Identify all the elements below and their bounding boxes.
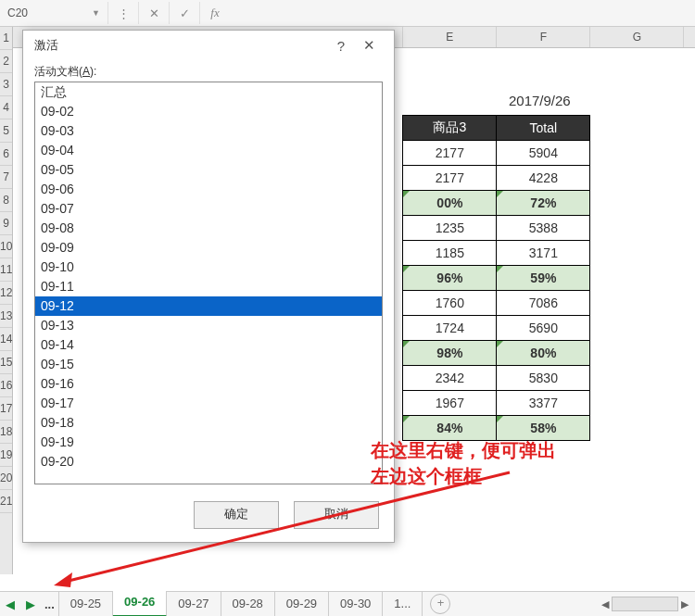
- list-item[interactable]: 09-09: [35, 238, 382, 258]
- fx-icon[interactable]: fx: [199, 2, 230, 24]
- sheet-tab-bar: ◀ ▶ ... 09-2509-2609-2709-2809-2909-301.…: [0, 591, 695, 616]
- cancel-button[interactable]: 取消: [294, 501, 379, 529]
- annotation-text: 在这里右键，便可弹出 左边这个框框: [371, 437, 556, 489]
- row-header[interactable]: 5: [0, 119, 12, 143]
- list-item[interactable]: 09-20: [35, 452, 382, 471]
- scroll-left-icon[interactable]: ◀: [599, 598, 612, 610]
- horizontal-scrollbar[interactable]: ◀ ▶: [599, 597, 695, 611]
- new-sheet-button[interactable]: +: [430, 594, 450, 614]
- list-item[interactable]: 09-04: [35, 141, 382, 160]
- cancel-formula-icon[interactable]: ✕: [138, 2, 169, 24]
- column-header[interactable]: H: [684, 27, 695, 47]
- sheet-nav-ellipsis[interactable]: ...: [41, 597, 58, 611]
- list-item[interactable]: 09-13: [35, 316, 382, 335]
- close-icon[interactable]: ✕: [355, 37, 383, 54]
- row-header[interactable]: 17: [0, 397, 12, 421]
- sheet-tab[interactable]: 09-28: [221, 592, 275, 616]
- annotation-line2: 左边这个框框: [371, 463, 556, 489]
- list-item[interactable]: 汇总: [35, 82, 382, 102]
- row-header[interactable]: 8: [0, 189, 12, 212]
- table-cell: 5904: [497, 141, 590, 166]
- sheet-tab[interactable]: 09-26: [113, 591, 167, 616]
- table-cell: 3377: [497, 391, 590, 416]
- list-item[interactable]: 09-06: [35, 180, 382, 199]
- ok-button[interactable]: 确定: [194, 501, 279, 529]
- table-cell: 72%: [497, 191, 590, 216]
- table-cell: 80%: [497, 341, 590, 366]
- row-header[interactable]: 21: [0, 490, 12, 513]
- list-item[interactable]: 09-19: [35, 433, 382, 452]
- row-headers: 123456789101112131415161718192021: [0, 27, 13, 574]
- list-item[interactable]: 09-18: [35, 413, 382, 433]
- row-header[interactable]: 14: [0, 328, 12, 351]
- list-item[interactable]: 09-11: [35, 277, 382, 296]
- dialog-label: 活动文档(A):: [23, 60, 394, 82]
- sheet-tab[interactable]: 09-29: [275, 592, 329, 616]
- table-cell: 1967: [403, 391, 497, 416]
- svg-marker-1: [54, 572, 72, 587]
- list-item[interactable]: 09-17: [35, 394, 382, 413]
- activate-dialog: 激活 ? ✕ 活动文档(A): 汇总09-0209-0309-0409-0509…: [22, 30, 395, 543]
- list-item[interactable]: 09-07: [35, 199, 382, 219]
- table-header-cell: Total: [497, 116, 590, 141]
- column-header[interactable]: F: [497, 27, 590, 47]
- row-header[interactable]: 7: [0, 166, 12, 189]
- list-item[interactable]: 09-03: [35, 121, 382, 141]
- row-header[interactable]: 16: [0, 374, 12, 397]
- list-item[interactable]: 09-14: [35, 335, 382, 355]
- row-header[interactable]: 19: [0, 444, 12, 467]
- sheet-tab[interactable]: 09-30: [329, 592, 383, 616]
- list-item[interactable]: 09-02: [35, 102, 382, 121]
- row-header[interactable]: 15: [0, 351, 12, 374]
- column-header[interactable]: G: [590, 27, 684, 47]
- help-icon[interactable]: ?: [327, 38, 355, 54]
- row-header[interactable]: 10: [0, 235, 12, 258]
- row-header[interactable]: 18: [0, 421, 12, 444]
- row-header[interactable]: 12: [0, 282, 12, 305]
- annotation-line1: 在这里右键，便可弹出: [371, 437, 556, 463]
- sheet-tab[interactable]: 09-25: [58, 592, 113, 616]
- table-cell: 1235: [403, 216, 497, 241]
- sheet-tab[interactable]: 09-27: [167, 592, 221, 616]
- table-cell: 1760: [403, 291, 497, 316]
- row-header[interactable]: 2: [0, 50, 12, 73]
- table-cell: 2177: [403, 166, 497, 191]
- table-cell: 3171: [497, 241, 590, 266]
- column-header[interactable]: E: [403, 27, 497, 47]
- list-item[interactable]: 09-15: [35, 355, 382, 374]
- vertical-dots-icon[interactable]: ⋮: [107, 2, 138, 24]
- row-header[interactable]: 1: [0, 27, 12, 50]
- sheet-tabs: 09-2509-2609-2709-2809-2909-301...: [58, 592, 423, 616]
- formula-bar: C20 ▼ ⋮ ✕ ✓ fx: [0, 0, 695, 27]
- dropdown-icon: ▼: [92, 8, 100, 18]
- list-item[interactable]: 09-05: [35, 160, 382, 180]
- name-box[interactable]: C20 ▼: [0, 6, 107, 19]
- row-header[interactable]: 13: [0, 305, 12, 328]
- date-cell: 2017/9/26: [493, 93, 586, 108]
- sheet-nav-next-icon[interactable]: ▶: [20, 597, 41, 611]
- row-header[interactable]: 3: [0, 73, 12, 96]
- table-cell: 1724: [403, 316, 497, 341]
- row-header[interactable]: 4: [0, 96, 12, 119]
- name-box-value: C20: [7, 6, 28, 19]
- list-item[interactable]: 09-10: [35, 258, 382, 277]
- sheet-nav-prev-icon[interactable]: ◀: [0, 597, 20, 611]
- accept-formula-icon[interactable]: ✓: [169, 2, 199, 24]
- list-item[interactable]: 09-12: [35, 296, 382, 316]
- row-header[interactable]: 11: [0, 258, 12, 282]
- table-cell: 00%: [403, 191, 497, 216]
- list-item[interactable]: 09-08: [35, 219, 382, 238]
- sheet-tab[interactable]: 1...: [383, 592, 423, 616]
- row-header[interactable]: 6: [0, 143, 12, 166]
- row-header[interactable]: 9: [0, 212, 12, 235]
- dialog-title: 激活: [34, 37, 58, 54]
- table-cell: 98%: [403, 341, 497, 366]
- table-cell: 5388: [497, 216, 590, 241]
- dialog-buttons: 确定 取消: [23, 492, 394, 542]
- table-cell: 1185: [403, 241, 497, 266]
- document-listbox[interactable]: 汇总09-0209-0309-0409-0509-0609-0709-0809-…: [34, 82, 383, 484]
- table-cell: 59%: [497, 266, 590, 291]
- list-item[interactable]: 09-16: [35, 374, 382, 394]
- row-header[interactable]: 20: [0, 467, 12, 490]
- scroll-right-icon[interactable]: ▶: [678, 598, 691, 610]
